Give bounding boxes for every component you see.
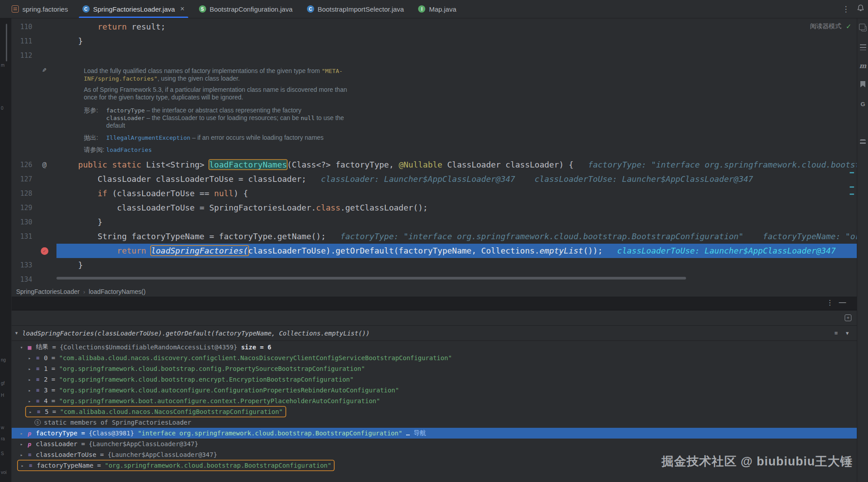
editor[interactable]: 阅读器模式 ✓ 110 return result;111 }112✎Load … [12,18,857,287]
editor-tab-bar: spring.factoriesCSpringFactoriesLoader.j… [0,0,868,18]
stripe-label-fragment: w [1,425,4,430]
evaluated-expression-highlight: loadSpringFactories( [151,246,248,255]
tree-row-static members of SpringFactoriesLoader[interactable]: sstatic members of SpringFactoriesLoader [12,417,857,428]
tab-BootstrapImportSelector.java[interactable]: CBootstrapImportSelector.java [300,0,411,18]
tree-expander-icon[interactable]: ▸ [26,377,33,382]
line-number: 110 [12,20,32,34]
java-class-icon: C [82,5,90,13]
bookmarks-icon[interactable] [860,81,865,87]
panel-minimize-icon[interactable]: — [839,298,846,306]
breadcrumb-item[interactable]: SpringFactoriesLoader [16,288,80,295]
collapse-icon[interactable]: ▾ [846,330,849,336]
gutter[interactable]: 134 [12,272,56,287]
notifications-bell-icon[interactable] [857,4,864,14]
close-tab-icon[interactable]: × [180,5,184,13]
gradle-icon[interactable]: G [859,100,867,108]
tree-row-factoryType[interactable]: ▸pfactoryType = {Class@3981} "interface … [12,428,857,439]
tree-row-结果[interactable]: ▾▦结果 = {Collections$UnmodifiableRandomAc… [12,342,857,353]
selected-method-name-highlight: loadFactoryNames [209,160,287,169]
gutter[interactable]: 133 [12,258,56,272]
doc-link[interactable]: loadFactories [106,146,152,153]
gutter[interactable]: 126@ [12,158,56,172]
tree-expander-icon[interactable]: ▸ [27,409,34,414]
gutter[interactable]: 129 [12,201,56,215]
stripe-label-fragment: m [1,63,4,68]
gutter[interactable]: 128 [12,186,56,201]
tab-label: Map.java [429,5,456,13]
inspections-ok-icon: ✓ [846,22,851,30]
tab-SpringFactoriesLoader.java[interactable]: CSpringFactoriesLoader.java× [75,0,192,18]
horizontal-scrollbar[interactable] [56,277,686,280]
line-number: 134 [12,272,32,287]
gutter[interactable]: 131 [12,229,56,244]
code-line-130: 130 } [12,215,857,229]
reader-mode-label: 阅读器模式 [810,22,841,30]
tree-expander-icon[interactable]: ▸ [18,431,25,436]
inline-debug-hint: classLoader: Launcher$AppClassLoader@347… [307,174,753,184]
tree-expander-icon[interactable]: ▸ [26,399,33,404]
annotation-box: ▸≡5 = "com.alibaba.cloud.nacos.NacosConf… [26,407,285,417]
database-icon[interactable] [860,139,866,146]
tree-expander-icon[interactable]: ▸ [19,463,26,468]
line-number: 130 [12,215,32,229]
tree-row-classLoader[interactable]: ▸pclassLoader = {Launcher$AppClassLoader… [12,439,857,449]
more-options-icon[interactable]: ⋮ [842,4,850,14]
analysis-marker [850,186,854,188]
edit-doc-pencil-icon[interactable]: ✎ [32,63,56,77]
tree-expander-icon[interactable]: ▾ [18,345,25,350]
doc-section-label: 形参: [84,107,106,114]
static-members-icon: s [35,419,41,426]
line-number: 128 [12,186,32,201]
analysis-marker [850,194,854,195]
local-variable-icon: ≡ [26,462,35,469]
history-chevron-icon[interactable]: ▾ [15,330,18,336]
tree-row-5[interactable]: ▸≡5 = "com.alibaba.cloud.nacos.NacosConf… [12,406,857,417]
gutter[interactable] [12,244,56,258]
gutter[interactable]: 110 [12,20,56,34]
inline-debug-hint: factoryType: "interface org.springframew… [574,160,857,169]
doc-link[interactable]: IllegalArgumentException [106,134,190,141]
view-options-icon[interactable]: ≡ [834,330,838,336]
local-variable-icon: ≡ [25,452,34,458]
tab-spring.factories[interactable]: spring.factories [4,0,75,18]
tree-row-3[interactable]: ▸≡3 = "org.springframework.cloud.autocon… [12,385,857,396]
tree-row-4[interactable]: ▸≡4 = "org.springframework.boot.autoconf… [12,396,857,406]
breadcrumb-item[interactable]: loadFactoryNames() [89,288,146,295]
maven-icon[interactable]: m [859,62,867,69]
gutter[interactable]: 111 [12,34,56,48]
tree-expander-icon[interactable]: ▸ [26,356,33,361]
tree-expander-icon[interactable]: ▸ [26,388,33,393]
structure-icon[interactable] [860,44,866,50]
editor-debug-splitter[interactable]: ⋮ — [12,297,857,310]
gutter[interactable]: 130 [12,215,56,229]
stripe-label-fragment: voi [1,470,7,475]
panel-more-icon[interactable]: ⋮ [826,298,833,307]
tree-expander-icon[interactable]: ▸ [18,452,25,457]
parameter-icon: p [25,430,34,437]
code-line-112: 112 [12,48,857,63]
factories-file-icon [12,5,19,13]
stripe-label-fragment: ra [1,436,5,441]
evaluate-expression[interactable]: loadSpringFactories(classLoaderToUse).ge… [22,330,834,337]
left-tool-stripe: m0nggfHwraSvoi [0,18,12,482]
tree-row-2[interactable]: ▸≡2 = "org.springframework.cloud.bootstr… [12,374,857,385]
stripe-scrollbar[interactable] [6,24,7,61]
navigate-link[interactable]: 导航 [414,429,426,437]
tree-row-0[interactable]: ▸≡0 = "com.alibaba.cloud.nacos.discovery… [12,353,857,363]
tree-expander-icon[interactable]: ▸ [26,366,33,371]
tree-expander-icon[interactable]: ▸ [18,442,25,447]
layers-icon[interactable] [861,26,867,31]
gutter[interactable]: 112 [12,48,56,63]
open-in-window-icon[interactable] [845,314,851,321]
gutter[interactable]: 127 [12,172,56,186]
doc-section-label: 抛出: [84,134,106,142]
tabbar-right: ⋮ [842,0,868,18]
analysis-marker [850,172,854,173]
tab-Map.java[interactable]: IMap.java [411,0,463,18]
tree-row-1[interactable]: ▸≡1 = "org.springframework.cloud.bootstr… [12,363,857,374]
line-number: 127 [12,172,32,186]
breakpoint-icon[interactable] [41,247,48,255]
stripe-label-fragment: H [1,393,4,398]
tab-BootstrapConfiguration.java[interactable]: SBootstrapConfiguration.java [192,0,300,18]
code-line-133: 133 } [12,258,857,272]
